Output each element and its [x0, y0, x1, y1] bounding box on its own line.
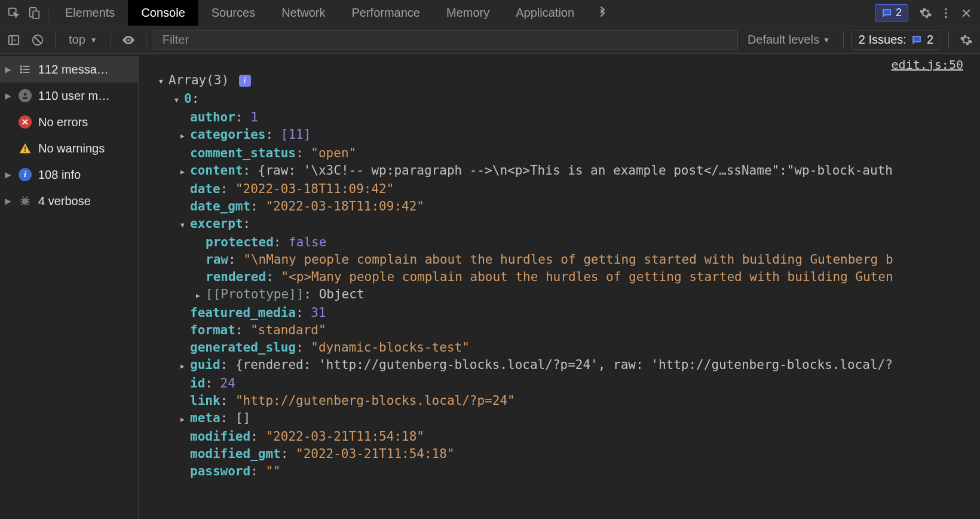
prop-guid[interactable]: guid: {rendered: 'http://gutenberg-block…: [143, 356, 975, 375]
gear-icon[interactable]: [915, 3, 936, 23]
separator: [146, 32, 146, 48]
sidebar-item-info[interactable]: ▶ i 108 info: [0, 161, 138, 188]
separator: [948, 32, 949, 48]
separator: [111, 32, 111, 48]
svg-line-9: [35, 36, 41, 43]
separator: [48, 5, 48, 21]
tab-performance[interactable]: Performance: [339, 0, 434, 26]
console-main: ▶ 112 messa… ▶ 110 user m… ✕ No errors !: [0, 54, 980, 519]
context-label: top: [69, 33, 85, 47]
prop-excerpt-protected[interactable]: protected: false: [143, 234, 975, 251]
tab-elements[interactable]: Elements: [52, 0, 128, 26]
device-toolbar-icon[interactable]: [24, 3, 44, 23]
svg-point-15: [21, 69, 22, 70]
clear-console-icon[interactable]: [27, 30, 48, 50]
prop-id[interactable]: id: 24: [143, 375, 975, 392]
warn-icon: !: [18, 141, 32, 155]
disclosure-arrow-icon[interactable]: [180, 411, 189, 428]
sidebar-item-user-messages[interactable]: ▶ 110 user m…: [0, 83, 138, 109]
messages-badge[interactable]: 2: [875, 4, 908, 22]
prop-comment-status[interactable]: comment_status: "open": [143, 145, 975, 162]
tab-application[interactable]: Application: [503, 0, 587, 26]
sidebar-item-label: 4 verbose: [38, 194, 91, 208]
sidebar-item-errors[interactable]: ✕ No errors: [0, 109, 138, 135]
prop-excerpt-raw[interactable]: raw: "\nMany people complain about the h…: [143, 251, 975, 268]
expand-arrow-icon: ▶: [5, 196, 12, 206]
prop-date-gmt[interactable]: date_gmt: "2022-03-18T11:09:42": [143, 198, 975, 215]
tab-memory[interactable]: Memory: [433, 0, 503, 26]
prop-link[interactable]: link: "http://gutenberg-blocks.local/?p=…: [143, 392, 975, 410]
prop-categories[interactable]: categories: [11]: [143, 126, 975, 145]
prop-excerpt-prototype[interactable]: [[Prototype]]: Object: [143, 286, 975, 304]
prop-modified-gmt[interactable]: modified_gmt: "2022-03-21T11:54:18": [143, 445, 975, 463]
array-root[interactable]: Array(3) i: [143, 72, 975, 90]
tab-sources[interactable]: Sources: [198, 0, 268, 26]
disclosure-arrow-icon[interactable]: [196, 287, 204, 304]
console-output: edit.js:50 Array(3) i 0: author: 1 categ…: [139, 54, 980, 519]
chevron-down-icon: ▼: [823, 36, 830, 44]
sidebar-toggle-icon[interactable]: [4, 30, 24, 50]
console-settings-icon[interactable]: [956, 30, 976, 50]
disclosure-arrow-icon[interactable]: [180, 163, 189, 181]
prop-excerpt[interactable]: excerpt:: [143, 215, 975, 234]
context-selector[interactable]: top ▼: [63, 30, 103, 49]
sidebar-item-messages[interactable]: ▶ 112 messa…: [0, 56, 138, 83]
separator: [55, 32, 56, 48]
issues-label: 2 Issues:: [859, 33, 906, 47]
svg-point-17: [24, 93, 27, 96]
sidebar-item-label: 108 info: [38, 168, 81, 182]
disclosure-arrow-icon[interactable]: [180, 216, 189, 234]
prop-generated-slug[interactable]: generated_slug: "dynamic-blocks-test": [143, 339, 975, 356]
svg-point-14: [21, 66, 22, 67]
svg-point-3: [945, 8, 947, 10]
prop-excerpt-rendered[interactable]: rendered: "<p>Many people complain about…: [143, 268, 975, 286]
tab-overflow[interactable]: [587, 0, 617, 26]
svg-point-10: [127, 39, 130, 41]
svg-point-5: [945, 16, 947, 18]
prop-modified[interactable]: modified: "2022-03-21T11:54:18": [143, 428, 975, 445]
filter-input[interactable]: [154, 30, 738, 50]
tab-console[interactable]: Console: [128, 0, 198, 26]
prop-content[interactable]: content: {raw: '\x3C!-- wp:paragraph -->…: [143, 162, 975, 181]
disclosure-arrow-icon[interactable]: [180, 358, 189, 375]
expand-arrow-icon: ▶: [5, 65, 12, 74]
prop-date[interactable]: date: "2022-03-18T11:09:42": [143, 181, 975, 198]
svg-rect-2: [33, 11, 39, 19]
prop-author[interactable]: author: 1: [143, 109, 975, 126]
prop-format[interactable]: format: "standard": [143, 322, 975, 339]
issues-badge[interactable]: 2 Issues: 2: [851, 30, 941, 50]
sidebar-item-verbose[interactable]: ▶ 4 verbose: [0, 188, 138, 214]
inspect-element-icon[interactable]: [4, 3, 24, 23]
object-tree[interactable]: Array(3) i 0: author: 1 categories: [11]…: [139, 54, 980, 485]
sidebar-item-label: 112 messa…: [38, 63, 109, 77]
prop-featured-media[interactable]: featured_media: 31: [143, 304, 975, 322]
prop-meta[interactable]: meta: []: [143, 410, 975, 428]
source-link[interactable]: edit.js:50: [892, 57, 963, 72]
devtools-tabs: Elements Console Sources Network Perform…: [52, 0, 617, 26]
info-icon: i: [18, 167, 32, 182]
sidebar-item-warnings[interactable]: ! No warnings: [0, 135, 138, 161]
user-icon: [18, 88, 32, 103]
svg-point-16: [21, 72, 22, 73]
tab-network[interactable]: Network: [268, 0, 338, 26]
console-sidebar: ▶ 112 messa… ▶ 110 user m… ✕ No errors !: [0, 54, 139, 519]
index-0[interactable]: 0:: [143, 90, 975, 109]
live-expression-icon[interactable]: [118, 30, 139, 50]
array-label: Array(3): [169, 73, 229, 87]
disclosure-arrow-icon[interactable]: [159, 73, 167, 90]
sidebar-item-label: No warnings: [38, 142, 105, 155]
console-toolbar: top ▼ Default levels ▼ 2 Issues: 2: [0, 26, 980, 54]
disclosure-arrow-icon[interactable]: [174, 91, 183, 109]
prop-password[interactable]: password: "": [143, 463, 975, 480]
kebab-menu-icon[interactable]: [936, 3, 956, 23]
info-icon[interactable]: i: [239, 75, 251, 87]
log-levels-selector[interactable]: Default levels ▼: [742, 33, 836, 47]
sidebar-item-label: No errors: [38, 115, 88, 129]
disclosure-arrow-icon[interactable]: [180, 127, 189, 145]
close-icon[interactable]: [956, 3, 976, 23]
chevron-down-icon: ▼: [90, 36, 97, 44]
expand-arrow-icon: ▶: [5, 170, 12, 179]
error-icon: ✕: [18, 115, 32, 129]
bug-icon: [18, 194, 32, 208]
svg-point-4: [945, 12, 947, 14]
